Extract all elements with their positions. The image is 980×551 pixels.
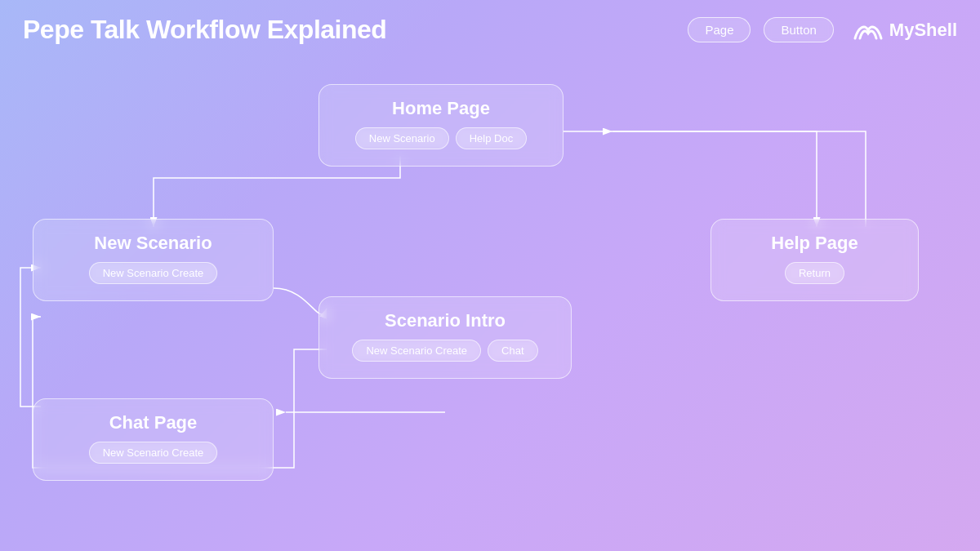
new-scenario-node: New Scenario New Scenario Create (33, 219, 274, 301)
home-help-doc-btn[interactable]: Help Doc (456, 127, 527, 149)
home-new-scenario-btn[interactable]: New Scenario (355, 127, 449, 149)
scenario-intro-buttons: New Scenario Create Chat (337, 340, 553, 362)
chat-page-title: Chat Page (51, 412, 255, 433)
new-scenario-create-btn[interactable]: New Scenario Create (89, 262, 218, 284)
chat-page-node: Chat Page New Scenario Create (33, 398, 274, 481)
help-page-buttons: Return (729, 262, 900, 284)
help-return-btn[interactable]: Return (785, 262, 844, 284)
help-page-node: Help Page Return (710, 219, 919, 301)
chat-page-buttons: New Scenario Create (51, 442, 255, 464)
button-badge[interactable]: Button (764, 17, 833, 42)
diagram-area: Home Page New Scenario Help Doc New Scen… (0, 60, 980, 545)
page-badge[interactable]: Page (688, 17, 751, 42)
scenario-intro-title: Scenario Intro (337, 310, 553, 331)
scenario-intro-node: Scenario Intro New Scenario Create Chat (318, 296, 572, 379)
new-scenario-title: New Scenario (51, 233, 255, 254)
myshell-logo: MyShell (853, 19, 957, 42)
chat-page-create-btn[interactable]: New Scenario Create (89, 442, 218, 464)
scenario-intro-create-btn[interactable]: New Scenario Create (352, 340, 481, 362)
page-title: Pepe Talk Workflow Explained (23, 15, 675, 45)
myshell-text: MyShell (889, 20, 957, 41)
myshell-icon (853, 19, 883, 42)
help-page-title: Help Page (729, 233, 900, 254)
home-page-buttons: New Scenario Help Doc (337, 127, 545, 149)
home-page-title: Home Page (337, 98, 545, 119)
header: Pepe Talk Workflow Explained Page Button… (0, 0, 980, 60)
scenario-intro-chat-btn[interactable]: Chat (488, 340, 537, 362)
new-scenario-buttons: New Scenario Create (51, 262, 255, 284)
home-page-node: Home Page New Scenario Help Doc (318, 84, 564, 167)
